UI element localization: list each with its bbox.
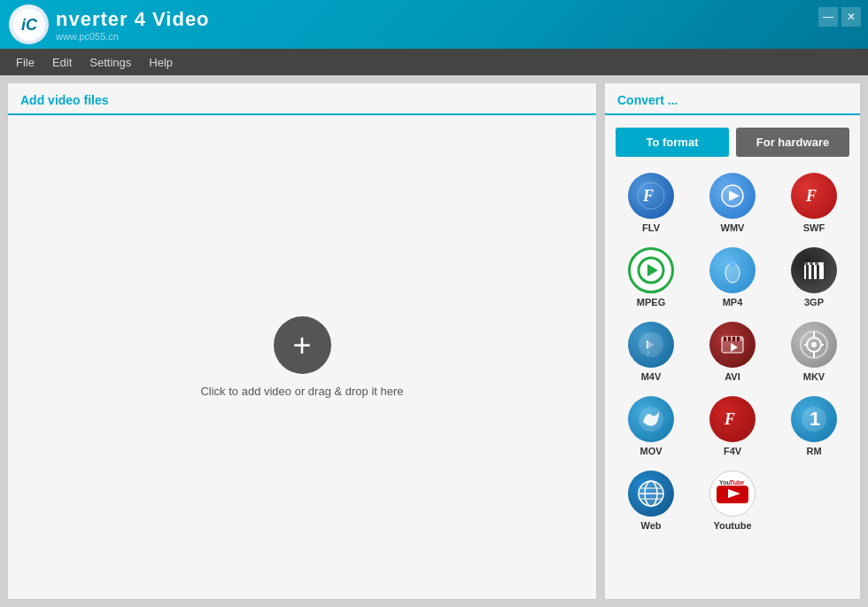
format-avi-icon: [709, 322, 756, 368]
format-rm[interactable]: 1 RM: [777, 393, 851, 460]
svg-text:Tube: Tube: [730, 479, 744, 486]
right-panel: Convert ... To format For hardware F FLV: [604, 82, 861, 600]
for-hardware-button[interactable]: For hardware: [736, 128, 849, 157]
left-panel-title: Add video files: [20, 93, 109, 107]
format-mp4-icon: [709, 247, 756, 293]
format-mpeg[interactable]: MPEG: [614, 244, 688, 311]
format-avi[interactable]: AVI: [695, 318, 770, 385]
svg-rect-29: [737, 337, 740, 341]
svg-text:♪: ♪: [647, 349, 650, 355]
format-mpeg-label: MPEG: [637, 297, 665, 307]
menu-edit[interactable]: Edit: [43, 52, 81, 73]
format-3gp-icon: [791, 247, 837, 293]
app-subtitle: www.pc055.cn: [56, 31, 210, 42]
left-panel: Add video files + Click to add video or …: [7, 82, 597, 600]
format-wmv[interactable]: WMV: [695, 169, 770, 237]
menu-file[interactable]: File: [7, 52, 43, 73]
convert-button-group: To format For hardware: [605, 115, 860, 166]
menu-settings[interactable]: Settings: [81, 52, 140, 73]
format-flv-label: FLV: [642, 222, 660, 233]
format-flv[interactable]: F FLV: [614, 169, 688, 237]
svg-rect-20: [815, 262, 818, 265]
format-flv-icon: F: [628, 173, 674, 219]
svg-text:You: You: [719, 479, 731, 486]
format-mov-label: MOV: [639, 446, 662, 456]
format-rm-label: RM: [806, 446, 821, 456]
format-avi-label: AVI: [725, 371, 740, 382]
svg-text:F: F: [724, 410, 735, 428]
svg-rect-16: [811, 265, 814, 279]
format-m4v[interactable]: ♪ M4V: [614, 318, 688, 385]
svg-rect-17: [817, 265, 819, 279]
svg-text:F: F: [805, 187, 817, 205]
format-mp4-label: MP4: [723, 297, 743, 307]
add-video-button[interactable]: +: [274, 316, 331, 374]
format-m4v-label: M4V: [641, 371, 662, 382]
svg-point-22: [647, 341, 655, 348]
left-panel-header: Add video files: [8, 83, 596, 115]
svg-marker-9: [647, 264, 658, 276]
main-content: Add video files + Click to add video or …: [0, 75, 868, 607]
drop-zone[interactable]: + Click to add video or drag & drop it h…: [8, 115, 596, 599]
svg-rect-26: [724, 337, 726, 341]
to-format-button[interactable]: To format: [616, 128, 729, 157]
format-youtube-icon: You Tube: [709, 471, 756, 517]
svg-rect-27: [728, 337, 731, 341]
plus-icon: +: [292, 330, 311, 362]
format-web-label: Web: [640, 520, 661, 531]
title-bar: iC nverter 4 Video www.pc055.cn — ✕: [0, 0, 868, 49]
format-swf-icon: F: [791, 173, 837, 219]
format-f4v-label: F4V: [724, 446, 741, 456]
minimize-button[interactable]: —: [818, 7, 838, 27]
format-mov-icon: [628, 396, 674, 442]
menu-bar: File Edit Settings Help: [0, 49, 868, 75]
svg-text:1: 1: [810, 408, 820, 430]
format-mkv-icon: [791, 322, 837, 368]
format-rm-icon: 1: [791, 396, 837, 442]
format-mpeg-icon: [628, 247, 674, 293]
svg-rect-28: [732, 337, 735, 341]
format-swf[interactable]: F SWF: [777, 169, 851, 237]
format-web-icon: [628, 471, 674, 517]
format-3gp[interactable]: 3GP: [777, 244, 851, 311]
format-web[interactable]: Web: [614, 467, 688, 534]
format-youtube[interactable]: You Tube Youtube: [695, 467, 770, 534]
right-panel-header: Convert ...: [605, 83, 860, 115]
app-title: nverter 4 Video: [56, 8, 210, 31]
close-button[interactable]: ✕: [841, 7, 861, 27]
format-m4v-icon: ♪: [628, 322, 674, 368]
add-hint-text: Click to add video or drag & drop it her…: [200, 385, 403, 398]
svg-text:iC: iC: [21, 16, 38, 34]
format-mov[interactable]: MOV: [614, 393, 688, 460]
format-mkv[interactable]: MKV: [777, 318, 851, 385]
format-wmv-icon: [709, 173, 756, 219]
format-3gp-label: 3GP: [804, 297, 824, 307]
svg-text:F: F: [642, 187, 654, 205]
svg-rect-19: [810, 262, 813, 265]
app-title-group: nverter 4 Video www.pc055.cn: [56, 8, 210, 42]
svg-point-33: [811, 342, 817, 347]
format-mkv-label: MKV: [803, 371, 825, 382]
format-mp4[interactable]: MP4: [695, 244, 770, 311]
format-f4v[interactable]: F F4V: [695, 393, 770, 460]
menu-help[interactable]: Help: [140, 52, 182, 73]
svg-rect-18: [804, 262, 808, 265]
format-wmv-label: WMV: [721, 222, 745, 233]
svg-rect-15: [806, 265, 809, 279]
format-grid: F FLV WMV: [605, 166, 860, 538]
app-logo: iC: [9, 4, 49, 44]
format-f4v-icon: F: [709, 396, 756, 442]
window-controls: — ✕: [818, 7, 861, 27]
format-youtube-label: Youtube: [713, 520, 751, 531]
format-swf-label: SWF: [803, 222, 825, 233]
right-panel-title: Convert ...: [617, 93, 678, 107]
